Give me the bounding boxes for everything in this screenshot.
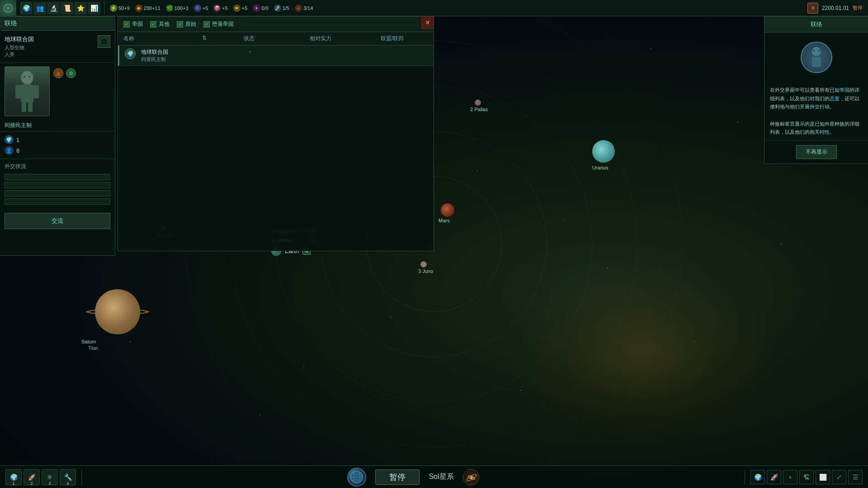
svg-point-15	[818, 50, 820, 52]
mars-label: Mars	[439, 218, 449, 223]
resource-consumer: 📦 +5	[213, 5, 228, 12]
map-btn-menu[interactable]: ☰	[848, 470, 863, 484]
row-empire-info: 🌍 地球联合国 间接民主制	[125, 48, 196, 63]
toolbar-icon-situations[interactable]: 📊	[88, 2, 100, 14]
toolbar-icon-policy[interactable]: 📜	[61, 2, 73, 14]
svg-rect-6	[33, 85, 39, 99]
bottom-icon-map[interactable]: 🌍 1	[5, 469, 22, 485]
filter-tab-empire[interactable]: ✓ 帝国	[123, 20, 143, 28]
resource-food: 🌿 100+3	[166, 5, 189, 12]
resource-unity: ★ +5	[233, 5, 248, 12]
empire-checkbox[interactable]: ✓	[123, 21, 130, 28]
col-status: 状态	[213, 35, 285, 42]
uranus-container[interactable]: Uranus	[592, 140, 615, 163]
no-show-button[interactable]: 不再显示	[796, 145, 837, 159]
primitive-checkbox[interactable]: ✓	[177, 21, 183, 28]
map-btn-window[interactable]: ⬜	[816, 470, 830, 484]
diplo-bar-4	[5, 198, 110, 205]
game-logo[interactable]	[0, 0, 16, 16]
toolbar-icon-globe[interactable]: 🌍	[20, 2, 33, 14]
desc-text-1: 在外交界面中可以查看所有已知	[770, 87, 840, 93]
map-btn-fleet[interactable]: 🚀	[767, 470, 781, 484]
main-diplomacy-panel: ✕ ✓ 帝国 ✓ 其他 ✓ 原始 ✓ 堕落帝国 名称 ⇅ 状态 相对实力 联盟/…	[118, 16, 434, 251]
toolbar-right: ⏸ 2200.01.01 暂停	[802, 3, 868, 14]
desc-highlight-trait: 特性	[820, 129, 830, 135]
bottom-icon-science[interactable]: ❄ 3	[42, 469, 58, 485]
svg-point-9	[22, 71, 33, 84]
pause-banner-text: 暂停	[389, 472, 406, 483]
avatar-svg	[807, 46, 826, 69]
filter-primitive-label: 原始	[185, 20, 196, 28]
filter-tab-other[interactable]: ✓ 其他	[150, 20, 170, 28]
system-name: Sol星系	[429, 472, 453, 482]
resource-army: ⚔ 3/14	[295, 5, 313, 12]
pallas-container[interactable]: 2 Pallas	[475, 99, 481, 106]
toolbar-icon-people[interactable]: 👥	[33, 2, 46, 14]
filter-empire-label: 帝国	[132, 20, 143, 28]
top-toolbar: 🌍 👥 🔬 📜 ⭐ 📊 ⚡ 50+9 ◆ 200+11 🌿 100+3 ⚙ +5…	[0, 0, 868, 16]
pause-button[interactable]: ⏸	[807, 3, 818, 14]
planet-count: 1	[16, 136, 19, 143]
juno-label: 3 Juno	[418, 268, 433, 274]
resource-alloys: ⚙ +5	[194, 5, 208, 12]
right-panel-avatar	[801, 42, 832, 73]
fallen-checkbox[interactable]: ✓	[203, 21, 210, 28]
map-btn-planet[interactable]: 🌍	[750, 470, 765, 484]
map-btn-expand[interactable]: ⤢	[832, 470, 846, 484]
map-btn-zoom-in[interactable]: +	[783, 470, 797, 484]
row-empire-gov: 间接民主制	[141, 56, 168, 63]
ethic-icon-1[interactable]: △	[53, 68, 63, 78]
resource-energy: ⚡ 50+9	[110, 5, 130, 12]
close-button[interactable]: ✕	[421, 16, 434, 29]
army-icon: ⚔	[295, 5, 302, 12]
pause-banner: 暂停	[375, 469, 420, 485]
system-globe[interactable]	[347, 468, 366, 487]
col-sort[interactable]: ⇅	[195, 35, 213, 42]
influence-value: 0/0	[261, 5, 268, 11]
bottom-icon-construction[interactable]: 🔧 4	[60, 469, 76, 485]
row-power	[286, 48, 357, 63]
table-row[interactable]: 🌍 地球联合国 间接民主制 -	[118, 46, 434, 66]
exchange-button[interactable]: 交流	[5, 213, 110, 229]
juno-body	[420, 261, 427, 267]
filter-tab-primitive[interactable]: ✓ 原始	[177, 20, 196, 28]
bottom-icon-fleet[interactable]: 🚀 2	[24, 469, 40, 485]
other-checkbox[interactable]: ✓	[150, 21, 156, 28]
galaxy-svg	[463, 469, 479, 485]
juno-container[interactable]: 3 Juno	[420, 261, 427, 267]
map-btn-colony[interactable]: 🏗	[799, 470, 814, 484]
desc-highlight-diplomacy: 外交	[810, 104, 820, 109]
empire-options-btn[interactable]: ⚙	[98, 35, 110, 48]
desc-highlight-attitude: 态度	[830, 96, 840, 101]
empire-race: 人类	[5, 51, 34, 58]
diplomacy-bars	[5, 174, 110, 205]
ethic-icon-2[interactable]: ☮	[66, 68, 76, 78]
character-svg	[9, 69, 45, 114]
resource-fleet: 🚀 1/5	[274, 5, 289, 12]
icon-badge-2: 2	[24, 481, 39, 486]
consumer-value: +5	[222, 5, 228, 11]
filter-tab-fallen[interactable]: ✓ 堕落帝国	[203, 20, 234, 28]
right-panel-description: 在外交界面中可以查看所有已知帝国的详细列表，以及他们对我们的态度，还可以便利地与…	[764, 82, 868, 141]
row-sort-col	[196, 48, 214, 63]
galaxy-icon[interactable]	[463, 469, 479, 485]
logo-icon	[3, 3, 13, 13]
desc-text-5: 种族标签页显示的是已知外星种族的详细列表，以及他们的相关	[770, 121, 859, 135]
col-name: 名称	[123, 35, 195, 42]
right-panel-title: 联络	[764, 17, 868, 33]
icon-badge-1: 1	[6, 481, 21, 486]
empire-portrait[interactable]	[5, 66, 50, 116]
toolbar-icons-group: 🌍 👥 🔬 📜 ⭐ 📊	[16, 2, 104, 14]
food-value: 100+3	[175, 5, 189, 11]
svg-rect-13	[812, 57, 821, 67]
toolbar-icon-factions[interactable]: ⭐	[74, 2, 87, 14]
government-type: 间接民主制	[0, 120, 115, 131]
mars-body	[441, 203, 454, 217]
mars-container[interactable]: Mars	[441, 203, 454, 217]
row-empire-name: 地球联合国	[141, 48, 168, 56]
toolbar-icon-research[interactable]: 🔬	[47, 2, 60, 14]
svg-point-11	[29, 76, 31, 78]
diplomacy-left-panel: 联络 地球联合国 人型生物 人类 ⚙	[0, 16, 115, 256]
empire-portrait-area: △ ☮	[0, 63, 115, 120]
filter-fallen-label: 堕落帝国	[212, 20, 234, 28]
